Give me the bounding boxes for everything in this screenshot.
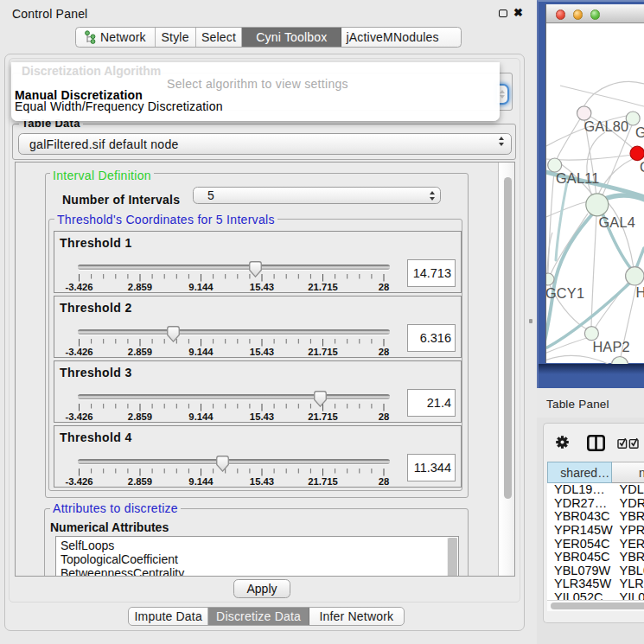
svg-text:HAP1: HAP1 <box>636 284 644 300</box>
svg-text:GAL4: GAL4 <box>599 214 635 230</box>
svg-text:CRP1: CRP1 <box>640 159 644 175</box>
svg-text:HAP2: HAP2 <box>592 339 629 354</box>
svg-text:GAL11: GAL11 <box>556 170 599 186</box>
svg-text:GAL80: GAL80 <box>635 124 644 140</box>
svg-text:GAL80: GAL80 <box>584 118 629 133</box>
svg-text:GCY1: GCY1 <box>546 285 584 301</box>
